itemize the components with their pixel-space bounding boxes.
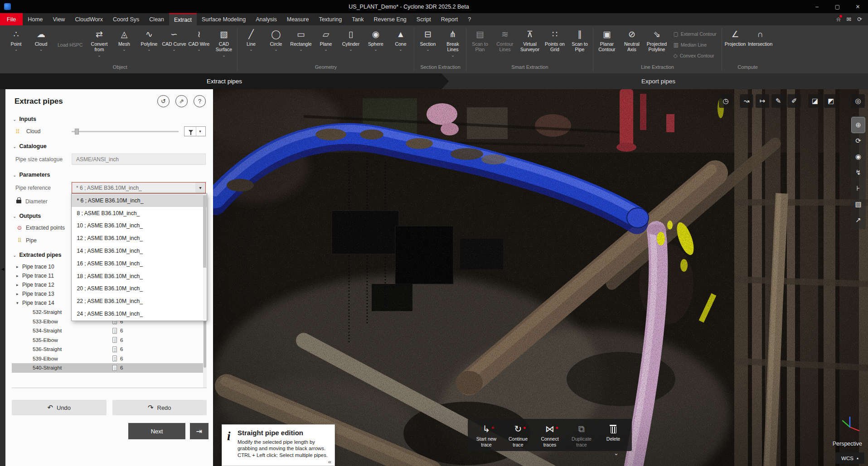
ribbon-cone-button[interactable]: ▲Cone⌄ — [388, 25, 413, 64]
cube-icon[interactable]: ▧ — [852, 197, 865, 212]
menu-item[interactable]: Report — [436, 13, 463, 25]
menu-item[interactable]: ? — [463, 13, 476, 25]
redo-button[interactable]: ↷ Redo — [112, 400, 207, 415]
tree-expander-icon[interactable]: ▸ — [16, 264, 22, 269]
delete-button[interactable]: Delete — [600, 423, 626, 442]
projection-mode-label[interactable]: Perspective — [833, 441, 862, 447]
ribbon-contour-lines-button[interactable]: ≋Contour Lines — [492, 25, 517, 64]
pipe-reference-option[interactable]: 14 ; ASME B36.10M_inch_ — [72, 245, 207, 257]
ribbon-load-hspc-button[interactable]: Load HSPC — [53, 39, 87, 50]
menu-item[interactable]: Script — [412, 13, 436, 25]
pen-edit-icon[interactable]: ✎ — [771, 94, 785, 108]
feedback-icon[interactable]: ✉ — [846, 16, 851, 23]
cloud-opacity-slider[interactable] — [72, 127, 179, 135]
ribbon-mesh-button[interactable]: ◬Mesh⌄ — [112, 25, 136, 64]
pipe-reference-option[interactable]: 16 ; ASME B36.10M_inch_ — [72, 257, 207, 270]
eraser-light-icon[interactable]: ◩ — [824, 94, 838, 108]
validate-exit-button[interactable]: ⇥ — [190, 423, 209, 439]
slider-handle[interactable] — [75, 129, 79, 135]
ribbon-polyline-button[interactable]: ∿Polyline⌄ — [136, 25, 161, 64]
pipe-reference-option[interactable]: 22 ; ASME B36.10M_inch_ — [72, 295, 207, 307]
pen-add-icon[interactable]: ✐ — [787, 94, 801, 108]
lightning-icon[interactable]: ↯ — [852, 165, 865, 180]
notifications-icon[interactable]: ⍾ — [837, 16, 841, 23]
menu-item[interactable]: Analysis — [251, 13, 282, 25]
pipe-reference-option[interactable]: * 6 ; ASME B36.10M_inch_ — [72, 194, 207, 207]
start-new-trace-button[interactable]: ↳+ Start new trace — [473, 423, 499, 447]
minimize-button[interactable]: – — [807, 0, 827, 13]
export-results-button[interactable]: ⇗ — [175, 95, 188, 107]
continue-trace-button[interactable]: ↻● Continue trace — [505, 423, 531, 447]
ribbon-cad-surface-button[interactable]: ▧CAD Surface⌄ — [211, 25, 236, 64]
next-button[interactable]: Next — [128, 423, 185, 439]
ribbon-rectangle-button[interactable]: ▭Rectangle⌄ — [288, 25, 313, 64]
section-inputs[interactable]: ⌄ Inputs — [5, 111, 213, 125]
ribbon-convex-contour-button[interactable]: ◇Convex Contour — [669, 50, 720, 61]
pipe-reference-option[interactable]: 10 ; ASME B36.10M_inch_ — [72, 220, 207, 232]
menu-item[interactable]: Texturing — [314, 13, 347, 25]
tree-item-536-straight[interactable]: 536-Straight 6 — [12, 345, 207, 354]
history-clock-icon[interactable]: ◷ — [719, 94, 732, 108]
chevron-down-icon[interactable]: ▾ — [195, 183, 205, 193]
eraser-dark-icon[interactable]: ◪ — [808, 94, 822, 108]
menu-item[interactable]: Tank — [347, 13, 369, 25]
ribbon-cad-curve-button[interactable]: ∽CAD Curve⌄ — [161, 25, 186, 64]
ribbon-projected-polyline-button[interactable]: ⇘Projected Polyline — [644, 25, 669, 64]
pipe-size-catalogue-input[interactable]: ASME/ANSI_inch — [72, 154, 206, 165]
tree-item-540-straight[interactable]: 540-Straight 6 — [12, 363, 207, 373]
pipe-reference-option[interactable]: 12 ; ASME B36.10M_inch_ — [72, 232, 207, 245]
ribbon-scan-to-pipe-button[interactable]: ∥Scan to Pipe — [567, 25, 592, 64]
orbit-icon[interactable]: ⟳ — [852, 133, 865, 149]
tree-expander-icon[interactable]: ▾ — [16, 301, 22, 305]
tree-expander-icon[interactable]: ▸ — [16, 292, 22, 296]
tab-export-pipes[interactable]: Export pipes — [449, 73, 868, 89]
ribbon-neutral-axis-button[interactable]: ⊘Neutral Axis — [619, 25, 644, 64]
hide-toolbar-chevron-icon[interactable]: ⌄ — [614, 450, 619, 456]
pipe-reference-option[interactable]: 20 ; ASME B36.10M_inch_ — [72, 283, 207, 295]
pipe-reference-option[interactable]: 18 ; ASME B36.10M_inch_ — [72, 270, 207, 283]
ribbon-sphere-button[interactable]: ◉Sphere⌄ — [363, 25, 388, 64]
ribbon-external-contour-button[interactable]: ▢External Contour — [669, 29, 720, 39]
menu-item[interactable]: Reverse Eng — [369, 13, 412, 25]
tab-extract-pipes[interactable]: Extract pipes — [0, 73, 449, 89]
tree-expander-icon[interactable]: ▸ — [16, 283, 22, 287]
ribbon-point-button[interactable]: ∴Point⌄ — [4, 25, 29, 64]
section-parameters[interactable]: ⌄ Parameters — [5, 167, 213, 180]
reset-history-button[interactable]: ↺ — [157, 95, 170, 107]
pipe-reference-select[interactable]: * 6 ; ASME B36.10M_inch_ ▾ * 6 ; ASME B3… — [72, 182, 206, 193]
menu-item[interactable]: Clean — [144, 13, 169, 25]
close-button[interactable]: ✕ — [848, 0, 868, 13]
menu-item[interactable]: Surface Modeling — [197, 13, 251, 25]
duplicate-trace-button[interactable]: ⧉ Duplicate trace — [568, 423, 595, 447]
rotation-center-icon[interactable]: ◎ — [851, 94, 865, 108]
wcs-selector[interactable]: WCS ▴ — [835, 452, 864, 464]
menu-item[interactable]: Home — [23, 13, 48, 25]
ribbon-convert-from-button[interactable]: ⇄Convert from⌄ — [87, 25, 112, 64]
level-icon[interactable]: ⊦ — [852, 181, 865, 196]
pipe-reference-option[interactable]: 24 ; ASME B36.10M_inch_ — [72, 307, 207, 320]
ribbon-cylinder-button[interactable]: ▯Cylinder⌄ — [338, 25, 363, 64]
lock-icon[interactable] — [16, 200, 21, 203]
connect-traces-button[interactable]: ⋈● Connect traces — [537, 423, 563, 447]
eye-icon[interactable]: ◉ — [852, 149, 865, 164]
tree-item-535-elbow[interactable]: 535-Elbow 6 — [12, 336, 207, 345]
ribbon-virtual-surveyor-button[interactable]: ⊼Virtual Surveyor — [517, 25, 542, 64]
menu-item[interactable]: Extract — [169, 13, 197, 25]
ribbon-intersection-button[interactable]: ∩Intersection — [748, 25, 773, 64]
sync-icon[interactable]: ⟳ — [857, 16, 862, 23]
ribbon-projection-button[interactable]: ∠Projection — [723, 25, 748, 64]
ribbon-line-button[interactable]: ╱Line⌄ — [238, 25, 263, 64]
pipe-reference-option[interactable]: 8 ; ASME B36.10M_inch_ — [72, 207, 207, 220]
ribbon-circle-button[interactable]: ◯Circle⌄ — [263, 25, 288, 64]
trace-edit-tool-icon[interactable]: ↝ — [740, 94, 753, 108]
tree-expander-icon[interactable]: ▸ — [16, 274, 22, 278]
ribbon-points-on-grid-button[interactable]: ∷Points on Grid — [542, 25, 567, 64]
pick-target-icon[interactable]: ⊕ — [852, 117, 865, 133]
capture-icon[interactable]: ↗ — [852, 212, 865, 228]
ribbon-break-lines-button[interactable]: ⋔Break Lines⌄ — [440, 25, 465, 64]
section-catalogue[interactable]: ⌄ Catalogue — [5, 138, 213, 152]
ribbon-cloud-button[interactable]: ☁Cloud⌄ — [29, 25, 53, 64]
panel-collapse-button[interactable]: ◀ — [1, 267, 5, 466]
menu-item[interactable]: File — [0, 13, 23, 25]
menu-item[interactable]: Coord Sys — [108, 13, 144, 25]
